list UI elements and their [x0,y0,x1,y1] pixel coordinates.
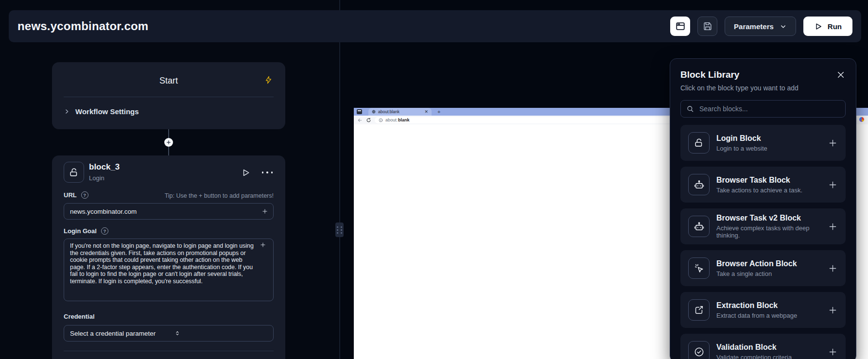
save-button[interactable] [697,17,717,36]
block-item-text: Browser Task Block Take actions to achie… [716,176,802,194]
login-block-card: block_3 Login URL ? Tip: Use the + butto… [52,155,285,359]
help-icon[interactable]: ? [81,191,88,199]
block-description: Validate completion criteria [716,354,792,359]
extract-icon [688,299,710,321]
block-type-icon-box [64,162,84,183]
help-icon[interactable]: ? [101,227,108,235]
parameters-button-label: Parameters [734,22,774,31]
browser-window-icon [675,21,686,32]
globe-icon [372,110,376,114]
workflow-settings-label: Workflow Settings [75,107,139,116]
add-parameter-button[interactable] [257,208,273,215]
block-description: Take a single action [716,270,797,277]
browser-view-toggle-button[interactable] [670,17,690,36]
robot-icon [688,174,710,195]
close-icon[interactable] [835,69,846,80]
block-library-panel: Block Library Click on the block type yo… [670,58,856,359]
start-block-card: Start Workflow Settings [52,62,285,129]
block-description: Login to a website [716,145,767,152]
block-title: Login Block [716,134,767,143]
tab-title: about:blank [378,109,422,114]
add-block-button[interactable] [828,347,838,357]
add-block-button[interactable] [828,263,838,274]
back-icon [357,118,363,123]
block-library-item-login[interactable]: Login Block Login to a website [680,125,846,161]
parameters-tip: Tip: Use the + button to add parameters! [165,192,274,199]
credential-select[interactable]: Select a credential parameter [64,325,274,342]
pane-divider [339,0,340,359]
search-box [680,100,846,118]
save-icon [702,21,713,32]
search-icon [686,105,694,113]
block-title: Validation Block [716,343,792,352]
block-title: Browser Task v2 Block [716,214,828,222]
add-block-button[interactable] [828,180,838,190]
browser-tab: about:blank ✕ [368,108,432,116]
search-input[interactable] [698,104,840,113]
block-menu-button[interactable] [262,171,273,173]
close-tab-icon: ✕ [424,110,428,114]
chevron-right-icon [64,108,70,115]
block-library-item-extraction[interactable]: Extraction Block Extract data from a web… [680,292,846,328]
panel-subtitle: Click on the block type you want to add [680,84,846,92]
start-block-title: Start [52,76,285,86]
run-button-label: Run [828,22,842,31]
url-input[interactable] [64,208,257,215]
block-card-divider [64,351,274,351]
add-block-button[interactable] [828,305,838,315]
lightning-icon [264,75,273,85]
goal-field-label-row: Login Goal ? [64,227,108,235]
robot-icon [688,216,710,237]
address-scheme: about: [385,118,398,122]
address-rest: blank [398,118,410,122]
block-name: block_3 [89,162,120,172]
credential-label: Credential [64,313,95,320]
block-library-item-browser-task[interactable]: Browser Task Block Take actions to achie… [680,167,846,203]
run-button[interactable]: Run [803,17,852,36]
new-tab-icon: + [437,109,440,115]
block-item-text: Login Block Login to a website [716,134,767,152]
credential-field-label-row: Credential [64,313,95,320]
block-title: Browser Action Block [716,259,797,268]
workflow-settings-toggle[interactable]: Workflow Settings [64,104,139,119]
lock-icon [69,167,79,178]
block-library-item-browser-task-v2[interactable]: Browser Task v2 Block Achieve complex ta… [680,208,846,244]
block-list: Login Block Login to a website [680,125,846,359]
block-title: Extraction Block [716,301,797,310]
play-icon [814,22,822,31]
panel-title: Block Library [680,69,846,80]
login-goal-textarea[interactable]: If you're not on the login page, navigat… [64,239,274,301]
run-block-button[interactable] [241,168,250,177]
login-goal-text: If you're not on the login page, navigat… [70,242,257,285]
block-item-text: Extraction Block Extract data from a web… [716,301,797,319]
start-card-divider [64,97,274,97]
chevron-down-icon [780,23,787,30]
block-item-text: Browser Action Block Take a single actio… [716,259,797,277]
credential-select-value: Select a credential parameter [64,330,169,337]
info-icon [379,118,383,122]
cursor-click-icon [688,257,710,279]
add-parameter-button[interactable] [255,241,271,248]
add-block-button[interactable] [828,138,838,148]
check-circle-icon [688,341,710,359]
add-block-button[interactable] [828,222,838,232]
login-goal-label: Login Goal [64,227,97,235]
select-chevrons-icon [169,330,273,337]
pane-resize-handle[interactable] [335,222,344,237]
block-title: Browser Task Block [716,176,802,185]
url-field-label-row: URL ? [64,191,88,199]
header-actions: Parameters Run [670,17,852,36]
header-bar: news.ycombinator.com [9,10,861,42]
block-description: Take actions to achieve a task. [716,187,802,194]
block-description: Extract data from a webpage [716,312,797,319]
reload-icon [366,118,371,123]
block-item-text: Browser Task v2 Block Achieve complex ta… [716,214,828,239]
parameters-button[interactable]: Parameters [725,17,796,36]
page-title: news.ycombinator.com [17,19,148,33]
workflow-editor-app: news.ycombinator.com [0,0,868,359]
block-library-item-validation[interactable]: Validation Block Validate completion cri… [680,334,846,359]
add-node-button[interactable] [164,138,173,147]
url-label: URL [64,191,77,199]
block-library-item-browser-action[interactable]: Browser Action Block Take a single actio… [680,250,846,286]
url-input-wrap [64,203,274,220]
